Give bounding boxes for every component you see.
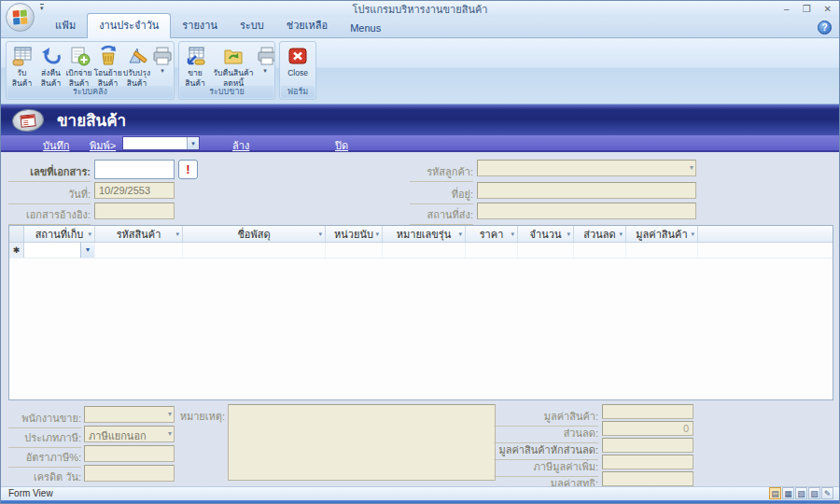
chevron-down-icon[interactable]: ▾ — [168, 429, 172, 438]
credit-days-field[interactable] — [84, 465, 175, 482]
column-header-discount[interactable]: ส่วนลด▾ — [574, 226, 626, 242]
transfer-goods-button[interactable]: โอนย้าย สินค้า — [93, 44, 122, 89]
table-cell[interactable] — [626, 243, 698, 258]
tax-type-combobox[interactable]: ภาษีแยกนอก ▾ — [84, 426, 175, 442]
pivotchart-view-button[interactable]: ▨ — [808, 487, 820, 499]
design-view-button[interactable]: ✎ — [821, 487, 833, 499]
salesperson-combobox[interactable]: ▾ — [84, 406, 175, 423]
net-value-field[interactable] — [602, 471, 693, 486]
column-header-storage-location[interactable]: สถานที่เก็บ▾ — [24, 226, 95, 242]
table-cell[interactable] — [466, 243, 518, 258]
table-cell[interactable] — [95, 243, 183, 258]
line-items-datasheet: สถานที่เก็บ▾ รหัสสินค้า▾ ชื่อพัสดุ▾ หน่ว… — [8, 225, 833, 400]
receive-goods-button[interactable]: รับ สินค้า — [7, 44, 36, 89]
tab-menus[interactable]: Menus — [339, 20, 392, 37]
column-header-quantity[interactable]: จำนวน▾ — [518, 226, 574, 242]
table-cell[interactable] — [383, 243, 466, 258]
table-cell[interactable] — [183, 243, 326, 258]
doc-no-input[interactable] — [94, 160, 175, 179]
required-button[interactable]: ! — [178, 160, 198, 179]
date-field[interactable] — [94, 182, 175, 199]
form-icon — [11, 107, 45, 133]
address-field[interactable] — [477, 182, 696, 199]
ribbon-tab-bar: แฟ้ม งานประจำวัน รายงาน ระบบ ช่วยเหลือ M… — [1, 18, 839, 38]
return-goods-button[interactable]: ส่งคืน สินค้า — [37, 44, 64, 89]
table-cell[interactable] — [518, 243, 574, 258]
office-logo-icon — [12, 9, 27, 24]
pivottable-view-button[interactable]: ▧ — [795, 487, 807, 499]
close-button[interactable]: ✕ — [824, 2, 832, 17]
select-all-corner[interactable] — [9, 226, 24, 242]
minimize-button[interactable]: – — [784, 2, 790, 17]
print-dropdown-icon[interactable]: ▾ — [256, 68, 274, 74]
column-header-model-number[interactable]: หมายเลขรุ่น▾ — [383, 226, 466, 242]
total-discount-field[interactable] — [602, 421, 693, 436]
column-dropdown-icon[interactable]: ▾ — [691, 231, 694, 238]
tab-daily-work[interactable]: งานประจำวัน — [87, 13, 171, 38]
tab-help[interactable]: ช่วยเหลือ — [275, 14, 339, 37]
goods-value-label: มูลค่าสินค้า: — [494, 408, 598, 427]
group-label-inventory: ระบบคลัง — [7, 86, 173, 98]
tab-file[interactable]: แฟ้ม — [44, 14, 87, 37]
storage-location-cell-combobox[interactable]: ▾ — [24, 243, 95, 258]
ref-doc-field[interactable] — [94, 203, 175, 219]
ship-to-field[interactable] — [477, 203, 696, 219]
goods-value-field[interactable] — [602, 404, 693, 419]
column-dropdown-icon[interactable]: ▾ — [88, 231, 91, 238]
restore-button[interactable]: ❐ — [803, 2, 811, 17]
column-header-item-name[interactable]: ชื่อพัสดุ▾ — [183, 226, 326, 242]
column-dropdown-icon[interactable]: ▾ — [175, 231, 179, 238]
return-credit-button[interactable]: รับคืนสินค้า ลดหนี้ — [209, 44, 258, 89]
notes-textarea[interactable] — [228, 404, 496, 481]
adjust-goods-icon — [122, 44, 151, 68]
ribbon-group-form: Close ฟอร์ม — [279, 41, 316, 100]
adjust-goods-button[interactable]: ปรับปรุง สินค้า — [122, 44, 151, 89]
issue-goods-icon — [64, 44, 93, 68]
column-dropdown-icon[interactable]: ▾ — [619, 231, 623, 238]
chevron-down-icon[interactable]: ▾ — [187, 137, 199, 149]
column-dropdown-icon[interactable]: ▾ — [458, 231, 462, 238]
column-header-filler — [698, 226, 833, 242]
form-header: ขายสินค้า — [1, 105, 839, 135]
quick-access-dropdown-icon[interactable]: ▾ — [40, 4, 44, 12]
tab-system[interactable]: ระบบ — [229, 14, 275, 37]
column-dropdown-icon[interactable]: ▾ — [318, 231, 322, 238]
ship-to-label: สถานที่ส่ง: — [410, 206, 473, 225]
column-header-unit[interactable]: หน่วยนับ▾ — [326, 226, 383, 242]
chevron-down-icon[interactable]: ▾ — [80, 243, 94, 258]
close-form-button[interactable]: Close — [282, 44, 314, 78]
credit-days-label: เครดิต วัน: — [8, 469, 81, 487]
table-cell[interactable] — [326, 243, 383, 258]
column-dropdown-icon[interactable]: ▾ — [567, 231, 570, 238]
application-window: ▾ โปรแกรมบริหารงานขายสินค้า – ❐ ✕ แฟ้ม ง… — [0, 0, 840, 504]
form-view-button[interactable]: ▤ — [769, 487, 781, 499]
tab-reports[interactable]: รายงาน — [171, 14, 229, 37]
form-toolbar: บันทึก พิมพ์> ▾ ล้าง ปิด — [1, 135, 839, 152]
ref-doc-label: เอกสารอ้างอิง: — [8, 206, 91, 225]
value-after-discount-field[interactable] — [602, 438, 693, 453]
column-header-product-code[interactable]: รหัสสินค้า▾ — [95, 226, 183, 242]
receive-goods-icon — [7, 44, 36, 68]
customer-code-combobox[interactable]: ▾ — [477, 160, 696, 176]
tax-rate-field[interactable] — [84, 445, 175, 462]
table-cell — [698, 243, 833, 258]
chevron-down-icon[interactable]: ▾ — [168, 410, 172, 418]
inventory-print-button[interactable]: ▾ — [151, 44, 174, 74]
chevron-down-icon[interactable]: ▾ — [690, 163, 693, 172]
help-icon[interactable]: ? — [818, 21, 832, 35]
column-header-price[interactable]: ราคา▾ — [466, 226, 518, 242]
table-cell[interactable] — [574, 243, 626, 258]
office-button[interactable] — [6, 3, 35, 32]
vat-field[interactable] — [602, 455, 693, 469]
column-header-goods-value[interactable]: มูลค่าสินค้า▾ — [626, 226, 698, 242]
new-record-row[interactable]: ✱ ▾ — [9, 243, 833, 259]
sales-print-button[interactable]: ▾ — [256, 44, 274, 74]
column-dropdown-icon[interactable]: ▾ — [511, 231, 514, 238]
print-dropdown-icon[interactable]: ▾ — [151, 68, 174, 74]
sell-goods-button[interactable]: ขาย สินค้า — [181, 44, 209, 89]
print-format-combobox[interactable]: ▾ — [122, 136, 200, 150]
column-dropdown-icon[interactable]: ▾ — [375, 231, 379, 238]
form-body: เลขที่เอกสาร: ! วันที่: เอกสารอ้างอิง: ร… — [1, 152, 839, 486]
datasheet-view-button[interactable]: ▦ — [782, 487, 794, 499]
issue-goods-button[interactable]: เบิกจ่าย สินค้า — [64, 44, 93, 89]
